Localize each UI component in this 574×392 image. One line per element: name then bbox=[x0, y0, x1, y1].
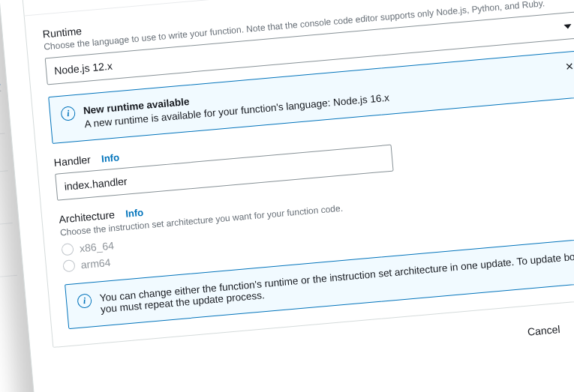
chart1-legend: Duration Minimu bbox=[0, 109, 3, 144]
arch-label: Architecture bbox=[58, 208, 115, 225]
radio-icon bbox=[61, 243, 74, 256]
radio-icon bbox=[62, 259, 75, 272]
handler-label: Handler bbox=[53, 153, 91, 168]
panel-heading: Runtime settings bbox=[38, 0, 149, 1]
info-icon bbox=[60, 106, 76, 121]
async-chart: 1 0.5 0 08/10 bbox=[0, 170, 17, 299]
chevron-down-icon bbox=[563, 24, 571, 29]
close-icon[interactable]: × bbox=[565, 59, 574, 73]
runtime-settings-panel: Runtime settings Info Runtime Choose the… bbox=[20, 0, 574, 348]
arch-option-label: x86_64 bbox=[79, 239, 114, 254]
arch-option-label: arm64 bbox=[80, 256, 111, 270]
edit-runtime-panel: Lambda › Functions › Edit runtime settin… bbox=[0, 0, 574, 392]
arch-info-link[interactable]: Info bbox=[125, 206, 143, 219]
cancel-button[interactable]: Cancel bbox=[510, 314, 574, 346]
cancel-label: Cancel bbox=[527, 323, 560, 338]
runtime-value: Node.js 12.x bbox=[53, 59, 113, 76]
info-icon bbox=[77, 293, 92, 309]
handler-info-link[interactable]: Info bbox=[101, 151, 119, 164]
